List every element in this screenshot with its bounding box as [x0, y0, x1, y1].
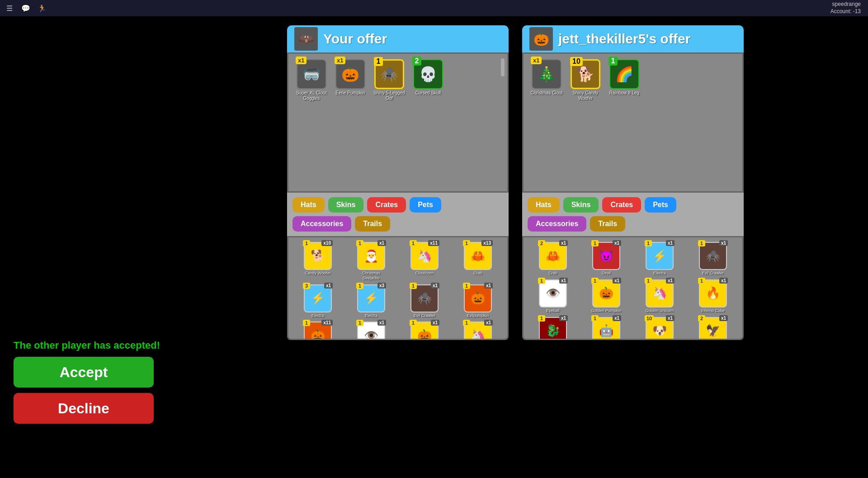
accepted-message: The other player has accepted! — [14, 340, 160, 351]
offer-item-eerie-pumpkin[interactable]: x1 🎃 Eerie Pumpkin — [333, 59, 368, 101]
shiny-oof-count: 1 — [374, 57, 383, 66]
tab-skins-their[interactable]: Skins — [563, 197, 599, 213]
their-offer-panel: 🎃 jett_thekiller5's offer x1 🎄 Christmas… — [522, 25, 744, 340]
grid-item-electra2[interactable]: 1 x3 ⚡ Electra — [346, 284, 396, 318]
their-grid-golden-pumpkin[interactable]: 1 x1 🎃 Golden Pumpkin — [581, 279, 631, 313]
candy-woofer-img: 1 x10 🐕 — [304, 242, 332, 270]
tab-trails-their[interactable]: Trails — [590, 216, 625, 232]
their-isaacs-creation-img: 1 x1 🤖 — [592, 317, 620, 340]
goggles-label: Super XL Clout Goggles — [294, 90, 329, 101]
goggles-count: x1 — [296, 57, 307, 64]
tab-hats-their[interactable]: Hats — [528, 197, 560, 213]
offer-item-christmas-clout[interactable]: x1 🎄 Christmas Clout — [529, 59, 564, 101]
their-golden-pumpkin-img: 1 x1 🎃 — [592, 279, 620, 308]
christmas-clout-img: x1 🎄 — [532, 59, 561, 89]
clouticorn-img: 1 x11 🦄 — [410, 242, 439, 270]
grid-item-crab[interactable]: 1 x13 🦀 Crab — [453, 242, 503, 281]
chat-icon[interactable]: 💬 — [21, 3, 31, 13]
grid-item-evil-crawler[interactable]: 1 x1 🕷️ Evil Crawler — [400, 284, 449, 318]
offer-item-shiny-candy-woofer[interactable]: 10 🐕 Shiny Candy Woofer — [568, 59, 603, 101]
their-offer-tabs: Hats Skins Crates Pets Accessories Trail… — [522, 193, 744, 236]
golden-unicorn-img: 1 x1 🦄 — [464, 322, 492, 340]
tab-accessories-your[interactable]: Accessories — [292, 216, 351, 232]
offer-item-goggles[interactable]: x1 🥽 Super XL Clout Goggles — [294, 59, 329, 101]
their-eyeball-img: 1 x1 👁️ — [539, 279, 567, 308]
their-grid-light-pupper[interactable]: 10 x1 🐶 Light Pupper — [635, 317, 684, 340]
your-offer-tabs: Hats Skins Crates Pets Accessories Trail… — [287, 193, 509, 236]
their-grid-inferno-cube[interactable]: 1 x1 🔥 Inferno Cube — [688, 279, 738, 313]
cursed-skull-label: Cursed Skull — [415, 90, 441, 96]
tab-crates-their[interactable]: Crates — [602, 197, 641, 213]
evil-crawler-img: 1 x1 🕷️ — [410, 284, 439, 312]
rainbow-8-leg-count: 1 — [609, 57, 618, 66]
grid-item-eyeball[interactable]: 1 x1 👁️ Eyeball — [346, 322, 396, 340]
grid-item-christmas-deejacko[interactable]: 1 x1 🎅 Christmas Deejacko — [346, 242, 396, 281]
their-light-pupper-img: 10 x1 🐶 — [646, 317, 674, 340]
grid-item-electra1[interactable]: 3 x1 ⚡ Electra — [293, 284, 343, 318]
tab-hats-your[interactable]: Hats — [292, 197, 325, 213]
your-offer-panel: 🦇 Your offer x1 🥽 Super XL Clout Goggles… — [287, 25, 509, 340]
your-avatar: 🦇 — [294, 27, 318, 51]
their-grid-inferno-dragon[interactable]: 1 x1 🐉 Inferno Dragon — [528, 317, 578, 340]
your-items-grid: 1 x10 🐕 Candy Woofer 1 x1 🎅 Christmas De… — [287, 236, 509, 340]
their-grid-electra[interactable]: 1 x1 ⚡ Electra — [635, 242, 684, 276]
electra2-img: 1 x3 ⚡ — [357, 284, 385, 312]
menu-icon[interactable]: ☰ — [5, 3, 14, 13]
offer-item-shiny-oof[interactable]: 1 🕷️ Shiny 5-Legged Oof — [372, 59, 407, 101]
grid-item-evilpumpkin2[interactable]: 1 x11 🎃 Evilpumpkin — [293, 322, 343, 340]
accept-button[interactable]: Accept — [14, 357, 154, 388]
your-offer-box: x1 🥽 Super XL Clout Goggles x1 🎃 Eerie P… — [287, 52, 509, 193]
top-bar: ☰ 💬 🏃 speedrange Account: -13 — [0, 0, 868, 16]
tab-trails-your[interactable]: Trails — [355, 216, 390, 232]
shiny-oof-label: Shiny 5-Legged Oof — [372, 90, 407, 101]
their-grid-lightning-raptor[interactable]: 2 x1 🦅 Lightning Raptor — [688, 317, 738, 340]
eyeball-img: 1 x1 👁️ — [357, 322, 385, 340]
crab-img: 1 x13 🦀 — [464, 242, 492, 270]
grid-item-golden-unicorn[interactable]: 1 x1 🦄 Golden Unicorn — [453, 322, 503, 340]
grid-item-golden-pumpkin[interactable]: 1 x1 🎃 Golden Pumpkin — [400, 322, 449, 340]
their-grid-crab[interactable]: 2 x1 🦀 Crab — [528, 242, 578, 276]
their-items-grid: 2 x1 🦀 Crab 1 x1 😈 Devil 1 x1 ⚡ — [522, 236, 744, 340]
their-devil-img: 1 x1 😈 — [592, 242, 620, 270]
decline-button[interactable]: Decline — [14, 393, 154, 424]
tab-pets-their[interactable]: Pets — [645, 197, 676, 213]
offer-item-rainbow-8-leg[interactable]: 1 🌈 Rainbow 8 Leg — [607, 59, 642, 101]
account-info: speedrange Account: -13 — [830, 1, 861, 15]
evilpumpkin1-img: 1 x1 🎃 — [464, 284, 492, 312]
username: speedrange — [830, 1, 861, 8]
their-grid-golden-unicorn[interactable]: 1 x1 🦄 Golden Unicorn — [635, 279, 684, 313]
their-grid-eyeball[interactable]: 1 x1 👁️ Eyeball — [528, 279, 578, 313]
their-lightning-raptor-img: 2 x1 🦅 — [699, 317, 727, 340]
action-panel: The other player has accepted! Accept De… — [14, 340, 160, 424]
their-golden-unicorn-img: 1 x1 🦄 — [646, 279, 674, 308]
shiny-candy-woofer-count: 10 — [570, 57, 583, 66]
their-grid-devil[interactable]: 1 x1 😈 Devil — [581, 242, 631, 276]
evilpumpkin2-img: 1 x11 🎃 — [304, 322, 332, 340]
christmas-clout-count: x1 — [531, 57, 542, 64]
their-offer-title: jett_thekiller5's offer — [558, 31, 690, 47]
rainbow-8-leg-label: Rainbow 8 Leg — [609, 90, 640, 96]
grid-item-evilpumpkin1[interactable]: 1 x1 🎃 Evilpumpkin — [453, 284, 503, 318]
their-crab-img: 2 x1 🦀 — [539, 242, 567, 270]
eerie-pumpkin-img: x1 🎃 — [335, 59, 365, 89]
their-evil-crawler-img: 1 x1 🕷️ — [699, 242, 727, 270]
player-icon[interactable]: 🏃 — [37, 3, 47, 13]
their-offer-header: 🎃 jett_thekiller5's offer — [522, 25, 744, 52]
electra1-img: 3 x1 ⚡ — [304, 284, 332, 312]
grid-item-candy-woofer[interactable]: 1 x10 🐕 Candy Woofer — [293, 242, 343, 281]
grid-item-clouticorn[interactable]: 1 x11 🦄 Clouticorn — [400, 242, 449, 281]
tab-skins-your[interactable]: Skins — [328, 197, 364, 213]
tab-accessories-their[interactable]: Accessories — [528, 216, 586, 232]
offer-item-cursed-skull[interactable]: 2 💀 Cursed Skull — [410, 59, 446, 101]
shiny-oof-img: 1 🕷️ — [374, 59, 404, 89]
their-grid-isaacs-creation[interactable]: 1 x1 🤖 Isaacs Creation — [581, 317, 631, 340]
christmas-clout-label: Christmas Clout — [530, 90, 562, 96]
tab-pets-your[interactable]: Pets — [410, 197, 441, 213]
their-grid-evil-crawler[interactable]: 1 x1 🕷️ Evil Crawler — [688, 242, 738, 276]
your-offer-header: 🦇 Your offer — [287, 25, 509, 52]
shiny-candy-woofer-label: Shiny Candy Woofer — [568, 90, 603, 101]
goggles-img: x1 🥽 — [297, 59, 326, 89]
tab-crates-your[interactable]: Crates — [367, 197, 406, 213]
cursed-skull-count: 2 — [412, 57, 421, 66]
trade-panels: 🦇 Your offer x1 🥽 Super XL Clout Goggles… — [163, 16, 868, 349]
